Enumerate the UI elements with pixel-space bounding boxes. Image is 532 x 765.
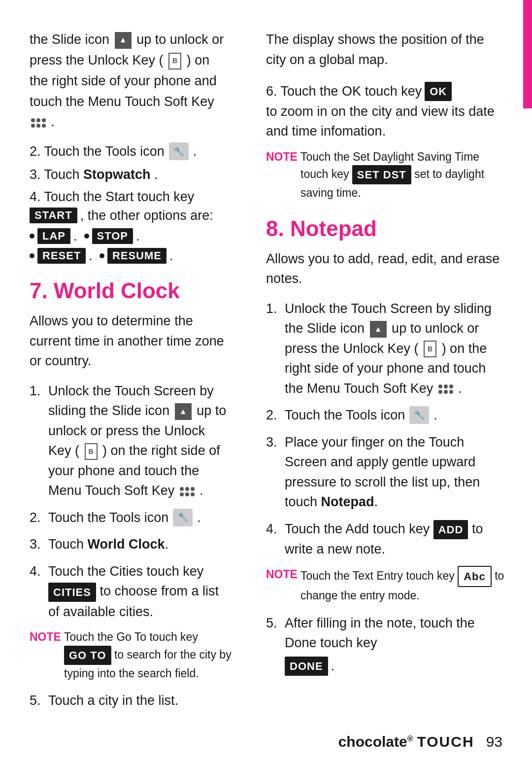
s7-step2-content: Touch the Tools icon 🔧 .: [48, 508, 232, 528]
brand-name: chocolate: [338, 733, 407, 750]
s8-step3-content: Place your finger on the Touch Screen an…: [285, 432, 507, 512]
step3-num: 3. Touch: [30, 167, 83, 182]
s7-note: NOTE Touch the Go To touch key GO TO to …: [30, 628, 232, 682]
goto-key: GO TO: [64, 646, 111, 665]
resume-key: RESUME: [107, 248, 166, 264]
right-top-text: The display shows the position of the ci…: [266, 30, 507, 70]
slide-icon: [115, 32, 132, 49]
bullet-dot-reset: [30, 253, 34, 258]
step3-bold: Stopwatch: [83, 167, 151, 182]
section-8-steps: 1. Unlock the Touch Screen by sliding th…: [266, 299, 507, 559]
bullet-dot-stop: [84, 234, 89, 239]
step2-cont-label: 2. Touch the Tools icon: [30, 144, 165, 159]
section-7-heading: 7. World Clock: [30, 278, 232, 303]
bullet-options: LAP . STOP . RESET .: [30, 228, 232, 264]
cont-period: .: [51, 114, 55, 129]
reset-key: RESET: [37, 248, 86, 264]
step4-intro-line: 4. Touch the Start touch key: [30, 189, 232, 205]
s8-unlock-icon: B: [424, 341, 436, 357]
right-note-content: Touch the Set Daylight Saving Time touch…: [300, 148, 507, 202]
right-note: NOTE Touch the Set Daylight Saving Time …: [266, 148, 507, 202]
s8-note: NOTE Touch the Text Entry touch key Abc …: [266, 566, 507, 604]
setdst-key: SET DST: [352, 165, 411, 184]
s7-step5-list: 5. Touch a city in the list.: [30, 691, 232, 711]
section-7-label: 7. World Clock: [30, 278, 180, 303]
s7-step4-content: Touch the Cities touch key CITIES to cho…: [48, 561, 232, 622]
left-column: the Slide icon up to unlock or press the…: [0, 30, 251, 726]
step-2-cont: 2. Touch the Tools icon 🔧 . 3. Touch Sto…: [30, 142, 232, 264]
s7-step-2: 2. Touch the Tools icon 🔧 .: [30, 508, 232, 528]
s8-step4-num: 4.: [266, 519, 282, 559]
right-note-label: NOTE: [266, 148, 296, 202]
s7-step1-content: Unlock the Touch Screen by sliding the S…: [48, 381, 232, 501]
step6-text: to zoom in on the city and view its date…: [266, 102, 507, 141]
s8-step1-num: 1.: [266, 299, 282, 399]
s8-step1-content: Unlock the Touch Screen by sliding the S…: [285, 299, 507, 399]
step4-key-line: START , the other options are:: [30, 208, 232, 223]
s7-step-4: 4. Touch the Cities touch key CITIES to …: [30, 561, 232, 622]
s7-unlock-icon: B: [85, 443, 98, 460]
s7-world-clock-bold: World Clock: [88, 537, 165, 552]
ok-key: OK: [425, 82, 452, 101]
s7-tools-icon: 🔧: [173, 509, 193, 526]
unlock-key-icon: B: [168, 53, 181, 70]
step4-cont: 4. Touch the Start touch key START , the…: [30, 189, 232, 264]
step2-period: .: [193, 144, 197, 159]
s8-step4-content: Touch the Add touch key ADD to write a n…: [285, 519, 507, 559]
s8-step2-num: 2.: [266, 405, 282, 425]
s7-step5-num: 5.: [30, 691, 45, 711]
cont-text-1: the Slide icon: [30, 32, 113, 47]
s7-slide-icon: [175, 403, 192, 420]
continuation-text: the Slide icon up to unlock or press the…: [30, 30, 232, 133]
s8-step2-content: Touch the Tools icon 🔧 .: [285, 405, 507, 425]
bullet-dot-lap: [30, 234, 34, 239]
s7-menu-icon: [180, 487, 195, 496]
s8-step-4: 4. Touch the Add touch key ADD to write …: [266, 519, 507, 559]
s8-step5-num: 5.: [266, 613, 282, 676]
s7-note-content: Touch the Go To touch key GO TO to searc…: [64, 628, 232, 682]
tools-icon-cont: 🔧: [169, 142, 189, 160]
right-column: The display shows the position of the ci…: [251, 30, 532, 726]
section-7-steps: 1. Unlock the Touch Screen by sliding th…: [30, 381, 232, 622]
s8-step-3: 3. Place your finger on the Touch Screen…: [266, 432, 507, 512]
bullet-row-1: LAP . STOP .: [30, 228, 232, 244]
bullet-row-2: RESET . RESUME .: [30, 248, 232, 264]
s7-step-1: 1. Unlock the Touch Screen by sliding th…: [30, 381, 232, 501]
section-7: 7. World Clock Allows you to determine t…: [30, 278, 232, 710]
resume-sep: .: [169, 248, 173, 264]
section-7-intro: Allows you to determine the current time…: [30, 311, 232, 371]
bullet-stop: STOP .: [84, 228, 140, 244]
stop-sep: .: [136, 229, 140, 244]
s8-step-2: 2. Touch the Tools icon 🔧 .: [266, 405, 507, 425]
footer-brand: chocolate®: [338, 733, 413, 750]
step2-cont: 2. Touch the Tools icon 🔧 .: [30, 142, 232, 160]
s7-step4-num: 4.: [30, 561, 45, 622]
s7-step1-num: 1.: [30, 381, 45, 501]
bullet-resume: RESUME .: [100, 248, 173, 264]
s8-note-label: NOTE: [266, 566, 296, 604]
section-8: 8. Notepad Allows you to add, read, edit…: [266, 216, 507, 676]
menu-soft-key-icon: [31, 118, 46, 128]
bullet-lap: LAP .: [30, 228, 77, 244]
s7-step5-content: Touch a city in the list.: [48, 691, 232, 711]
accent-bar: [523, 0, 532, 108]
bullet-dot-resume: [100, 253, 104, 258]
footer-page-number: 93: [486, 733, 502, 750]
right-step6: 6. Touch the OK touch key OK to zoom in …: [266, 81, 507, 141]
s7-step3-content: Touch World Clock.: [48, 534, 232, 555]
s7-step-5: 5. Touch a city in the list.: [30, 691, 232, 711]
abc-key: Abc: [458, 566, 492, 587]
s8-notepad-bold: Notepad: [321, 494, 374, 509]
step6-intro: 6. Touch the OK touch key: [266, 81, 422, 102]
s7-step3-num: 3.: [30, 534, 45, 555]
section-8-heading: 8. Notepad: [266, 216, 507, 241]
lap-sep: .: [73, 229, 77, 244]
s7-step2-num: 2.: [30, 508, 45, 528]
brand-sup: ®: [407, 734, 413, 743]
stop-key: STOP: [92, 228, 133, 244]
done-key: DONE: [285, 657, 328, 676]
start-key: START: [30, 208, 77, 223]
step4-options-text: , the other options are:: [80, 208, 213, 223]
s8-slide-icon: [370, 321, 387, 338]
section-8-label: 8. Notepad: [266, 216, 377, 241]
